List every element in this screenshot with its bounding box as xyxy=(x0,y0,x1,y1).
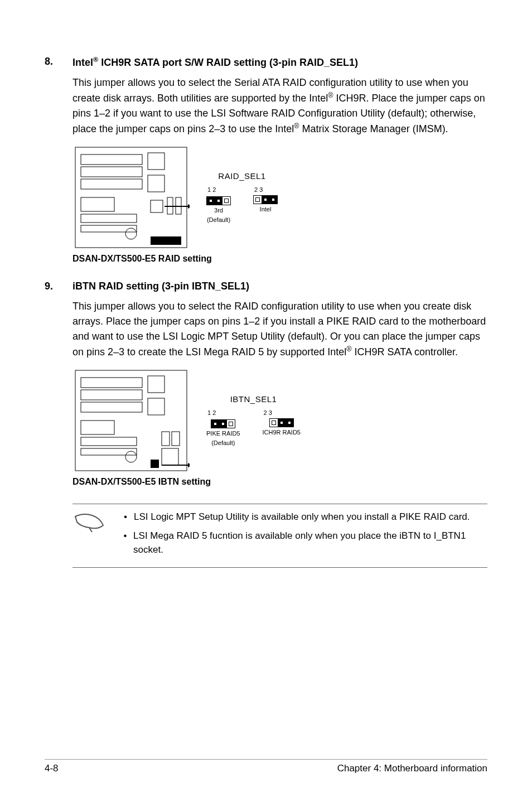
caption-left-1: 3rd xyxy=(206,207,231,214)
pin xyxy=(278,419,286,427)
svg-rect-6 xyxy=(81,197,114,211)
svg-rect-3 xyxy=(81,179,142,189)
diagram-9-caption: DSAN-DX/TS500-E5 IBTN setting xyxy=(72,477,487,487)
caption-left-1: PIKE RAID5 xyxy=(206,430,240,437)
note-text-1: LSI Logic MPT Setup Utility is available… xyxy=(134,510,470,524)
pin xyxy=(215,197,223,205)
section-num: 9. xyxy=(45,281,72,292)
diagram-9: IBTN_SEL1 1 2 PIKE RAID5 (Default) 2 3 xyxy=(72,368,487,474)
pin xyxy=(286,419,293,427)
section-title: Intel® ICH9R SATA port S/W RAID setting … xyxy=(72,56,487,69)
pin-nums-right: 2 3 xyxy=(263,409,301,416)
section-9-body: This jumper allows you to select the RAI… xyxy=(72,299,487,360)
note-item: • LSI Mega RAID 5 fucntion is available … xyxy=(117,529,487,557)
svg-rect-1 xyxy=(81,154,142,165)
diagram-8: RAID_SEL1 1 2 3rd (Default) 2 3 xyxy=(72,144,487,250)
caption-right-1: Intel xyxy=(253,206,278,213)
body-sup1: ® xyxy=(346,345,351,353)
pin xyxy=(269,196,277,204)
svg-rect-7 xyxy=(81,214,137,223)
svg-rect-18 xyxy=(81,390,142,400)
title-post: ICH9R SATA port S/W RAID setting (3-pin … xyxy=(98,57,358,68)
svg-rect-23 xyxy=(81,437,137,446)
svg-rect-2 xyxy=(81,167,142,177)
pin xyxy=(207,197,215,205)
note-text-2: LSI Mega RAID 5 fucntion is available on… xyxy=(133,529,487,557)
pins-right: 2 3 ICH9R RAID5 xyxy=(263,409,301,436)
svg-rect-22 xyxy=(81,421,114,434)
pin xyxy=(270,419,278,427)
diagram-8-caption: DSAN-DX/TS500-E5 RAID setting xyxy=(72,254,487,264)
svg-rect-20 xyxy=(148,376,165,393)
motherboard-icon xyxy=(72,144,190,250)
section-9-header: 9. iBTN RAID setting (3-pin IBTN_SEL1) xyxy=(45,281,487,292)
section-9: 9. iBTN RAID setting (3-pin IBTN_SEL1) T… xyxy=(45,281,487,487)
svg-marker-15 xyxy=(188,204,190,209)
section-8-header: 8. Intel® ICH9R SATA port S/W RAID setti… xyxy=(45,56,487,69)
pin-box-left xyxy=(206,196,231,205)
svg-rect-21 xyxy=(148,398,165,415)
caption-left-2: (Default) xyxy=(206,439,240,447)
body-sup2: ® xyxy=(294,122,299,130)
note-icon xyxy=(72,510,106,562)
body-2: ICH9R SATA controller. xyxy=(352,346,458,357)
caption-right-1: ICH9R RAID5 xyxy=(263,429,301,436)
pin-nums-left: 1 2 xyxy=(206,409,240,416)
caption-left-2: (Default) xyxy=(206,216,231,224)
svg-rect-29 xyxy=(151,460,159,468)
pin-box-right xyxy=(253,195,278,204)
bullet-icon: • xyxy=(117,510,134,524)
note-item: • LSI Logic MPT Setup Utility is availab… xyxy=(117,510,487,524)
section-8: 8. Intel® ICH9R SATA port S/W RAID setti… xyxy=(45,56,487,264)
pin xyxy=(227,420,235,428)
footer: 4-8 Chapter 4: Motherboard information xyxy=(45,759,487,774)
title-pre: iBTN RAID setting (3-pin IBTN_SEL1) xyxy=(72,281,249,292)
pins-left: 1 2 PIKE RAID5 (Default) xyxy=(206,409,240,446)
title-pre: Intel xyxy=(72,57,93,68)
pins-left: 1 2 3rd (Default) xyxy=(206,186,231,223)
note-box: • LSI Logic MPT Setup Utility is availab… xyxy=(72,504,487,568)
page-number: 4-8 xyxy=(45,763,59,774)
pin xyxy=(262,196,269,204)
svg-rect-13 xyxy=(151,236,181,245)
svg-point-9 xyxy=(125,228,137,239)
section-num: 8. xyxy=(45,56,72,69)
svg-rect-4 xyxy=(148,153,165,170)
body-3: Matrix Storage Manager (IMSM). xyxy=(299,123,448,134)
svg-marker-31 xyxy=(188,463,190,467)
body-sup1: ® xyxy=(328,91,333,99)
bullet-icon: • xyxy=(117,529,133,557)
section-title: iBTN RAID setting (3-pin IBTN_SEL1) xyxy=(72,281,487,292)
pin xyxy=(254,196,262,204)
jumper-row: 1 2 PIKE RAID5 (Default) 2 3 xyxy=(206,409,301,446)
jumper-row: 1 2 3rd (Default) 2 3 xyxy=(206,186,278,223)
pin-nums-left: 1 2 xyxy=(206,186,231,193)
pin xyxy=(223,197,230,205)
note-list: • LSI Logic MPT Setup Utility is availab… xyxy=(117,510,487,562)
svg-rect-5 xyxy=(148,175,165,192)
title-sup: ® xyxy=(93,56,98,64)
jumper-label: RAID_SEL1 xyxy=(206,171,278,181)
jumper-9: IBTN_SEL1 1 2 PIKE RAID5 (Default) 2 3 xyxy=(206,394,301,446)
pin-box-left xyxy=(211,419,235,428)
svg-point-25 xyxy=(125,451,137,462)
svg-rect-27 xyxy=(172,432,180,446)
jumper-label: IBTN_SEL1 xyxy=(206,394,301,404)
svg-rect-19 xyxy=(81,402,142,412)
svg-rect-28 xyxy=(162,448,178,465)
pin-box-right xyxy=(269,418,294,427)
pin-nums-right: 2 3 xyxy=(253,186,278,193)
section-8-body: This jumper allows you to select the Ser… xyxy=(72,75,487,137)
svg-rect-17 xyxy=(81,378,142,388)
jumper-8: RAID_SEL1 1 2 3rd (Default) 2 3 xyxy=(206,171,278,223)
pin xyxy=(219,420,227,428)
svg-rect-26 xyxy=(162,432,170,446)
pin xyxy=(211,420,219,428)
pins-right: 2 3 Intel xyxy=(253,186,278,215)
motherboard-icon xyxy=(72,368,190,474)
svg-rect-10 xyxy=(151,200,163,212)
chapter-title: Chapter 4: Motherboard information xyxy=(337,763,487,774)
